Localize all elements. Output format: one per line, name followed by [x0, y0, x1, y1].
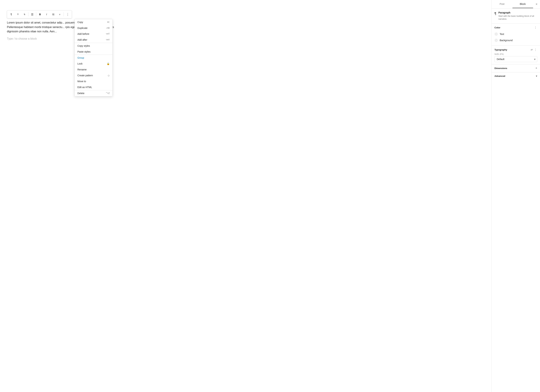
- menu-add-before[interactable]: Add before ⌥⌘T: [75, 31, 112, 37]
- color-options-btn[interactable]: ⋮: [534, 26, 537, 29]
- typography-section-actions: ⇄ ⋮: [530, 48, 537, 52]
- menu-copy-styles[interactable]: Copy styles: [75, 43, 112, 49]
- toolbar-italic-btn[interactable]: I: [44, 11, 50, 17]
- menu-move-to[interactable]: Move to: [75, 78, 112, 84]
- paragraph-icon: ¶: [495, 12, 496, 15]
- size-select-wrapper: Default Small Medium Large Extra Large ▾: [495, 56, 537, 62]
- text-color-swatch: [495, 32, 498, 36]
- color-section: Color ⋮ Text Background: [492, 24, 540, 46]
- menu-add-before-label: Add before: [77, 33, 89, 35]
- text-color-swatch-icon: [495, 33, 497, 35]
- menu-delete-label: Delete: [77, 92, 84, 95]
- tab-block[interactable]: Block: [512, 0, 533, 8]
- sidebar-header: Post Block ×: [492, 0, 540, 9]
- block-info-section: ¶ Paragraph Start with the basic buildin…: [492, 9, 540, 24]
- toolbar-more-btn[interactable]: ∨: [57, 11, 63, 17]
- menu-paste-styles-label: Paste styles: [77, 50, 90, 53]
- typography-section-title: Typography: [495, 49, 507, 51]
- dimensions-add-btn[interactable]: +: [535, 66, 537, 70]
- menu-create-pattern[interactable]: Create pattern ◇: [75, 73, 112, 78]
- pattern-icon: ◇: [108, 74, 110, 77]
- menu-add-after-shortcut: ⌥⌘Y: [106, 39, 110, 41]
- advanced-section: Advanced ▾: [492, 72, 540, 80]
- color-section-header: Color ⋮: [495, 26, 537, 29]
- menu-rename[interactable]: Rename: [75, 67, 112, 73]
- dimensions-section: Dimensions +: [492, 64, 540, 72]
- color-section-title: Color: [495, 26, 500, 29]
- menu-add-after-label: Add after: [77, 38, 87, 41]
- advanced-title: Advanced: [495, 75, 505, 77]
- menu-delete-shortcut: ^⌥Z: [106, 92, 110, 94]
- menu-paste-styles[interactable]: Paste styles: [75, 49, 112, 55]
- svg-point-1: [495, 39, 497, 41]
- typography-options-btn[interactable]: ⋮: [534, 48, 537, 52]
- color-text-item[interactable]: Text: [495, 31, 537, 37]
- toolbar-align-btn[interactable]: ☰: [29, 11, 35, 17]
- typography-switch-btn[interactable]: ⇄: [530, 48, 533, 52]
- lock-icon: 🔒: [107, 62, 110, 65]
- toolbar-divider-2: [36, 12, 36, 16]
- toolbar-options-btn[interactable]: ⋮: [65, 11, 71, 17]
- color-background-label: Background: [500, 39, 513, 42]
- menu-section-group: Group Lock 🔒 Rename Create pattern ◇ Mov…: [75, 55, 112, 90]
- sidebar: Post Block × ¶ Paragraph Start with the …: [491, 0, 540, 392]
- font-size-select[interactable]: Default Small Medium Large Extra Large: [495, 56, 537, 62]
- background-color-swatch: [495, 39, 498, 42]
- menu-create-pattern-label: Create pattern: [77, 74, 93, 77]
- editor-area: ¶ ⠿ ⇅ ☰ B I ⛓ ∨ ⋮ Lorem ipsum dolor sit …: [0, 0, 491, 392]
- toolbar-drag-btn[interactable]: ⠿: [15, 11, 21, 17]
- menu-section-delete: Delete ^⌥Z: [75, 90, 112, 96]
- menu-group[interactable]: Group: [75, 55, 112, 61]
- color-background-item[interactable]: Background: [495, 37, 537, 44]
- color-text-label: Text: [500, 33, 504, 35]
- advanced-header[interactable]: Advanced ▾: [495, 74, 537, 78]
- menu-add-before-shortcut: ⌥⌘T: [106, 33, 110, 35]
- sidebar-close-btn[interactable]: ×: [533, 0, 540, 8]
- menu-lock-label: Lock: [77, 62, 83, 65]
- menu-duplicate[interactable]: Duplicate ⇧⌘D: [75, 25, 112, 31]
- toolbar-divider-3: [64, 12, 64, 16]
- context-menu: Copy ⌘C Duplicate ⇧⌘D Add before ⌥⌘T Add…: [75, 19, 113, 96]
- menu-move-to-label: Move to: [77, 80, 86, 83]
- block-title: Paragraph: [498, 11, 537, 14]
- typography-section: Typography ⇄ ⋮ SIZE (PX) Default Small M…: [492, 46, 540, 64]
- tab-post[interactable]: Post: [492, 0, 512, 8]
- menu-delete[interactable]: Delete ^⌥Z: [75, 90, 112, 96]
- menu-copy-shortcut: ⌘C: [107, 21, 110, 23]
- menu-copy[interactable]: Copy ⌘C: [75, 19, 112, 25]
- menu-section-styles: Copy styles Paste styles: [75, 43, 112, 55]
- menu-section-basic: Copy ⌘C Duplicate ⇧⌘D Add before ⌥⌘T Add…: [75, 19, 112, 43]
- dimensions-title: Dimensions: [495, 67, 507, 69]
- color-section-actions: ⋮: [534, 26, 537, 29]
- size-label: SIZE (PX): [495, 53, 537, 55]
- dimensions-header: Dimensions +: [495, 66, 537, 70]
- toolbar-bold-btn[interactable]: B: [37, 11, 43, 17]
- svg-point-0: [495, 33, 497, 35]
- menu-copy-styles-label: Copy styles: [77, 44, 90, 47]
- menu-edit-html[interactable]: Edit as HTML: [75, 84, 112, 90]
- background-color-swatch-icon: [495, 39, 497, 41]
- menu-duplicate-shortcut: ⇧⌘D: [106, 27, 110, 29]
- block-info-text: Paragraph Start with the basic building …: [498, 11, 537, 21]
- menu-add-after[interactable]: Add after ⌥⌘Y: [75, 37, 112, 43]
- sidebar-tabs: Post Block: [492, 0, 533, 8]
- menu-lock[interactable]: Lock 🔒: [75, 61, 112, 67]
- menu-copy-label: Copy: [77, 21, 83, 24]
- menu-duplicate-label: Duplicate: [77, 27, 87, 29]
- toolbar-move-btn[interactable]: ⇅: [21, 11, 28, 17]
- toolbar-paragraph-btn[interactable]: ¶: [8, 11, 14, 17]
- advanced-toggle-btn[interactable]: ▾: [536, 74, 537, 78]
- block-toolbar: ¶ ⠿ ⇅ ☰ B I ⛓ ∨ ⋮: [7, 10, 72, 18]
- toolbar-link-btn[interactable]: ⛓: [50, 11, 56, 17]
- menu-edit-html-label: Edit as HTML: [77, 86, 92, 88]
- menu-group-label: Group: [77, 56, 84, 59]
- block-description: Start with the basic building block of a…: [498, 15, 537, 21]
- typography-section-header: Typography ⇄ ⋮: [495, 48, 537, 52]
- menu-rename-label: Rename: [77, 68, 87, 71]
